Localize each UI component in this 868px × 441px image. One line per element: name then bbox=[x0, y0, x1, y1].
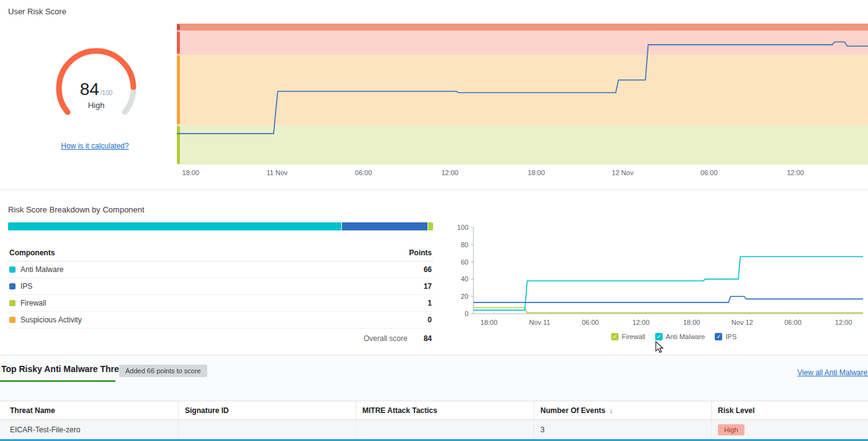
svg-text:18:00: 18:00 bbox=[182, 169, 200, 176]
svg-text:20: 20 bbox=[461, 293, 468, 300]
risk-score-trend-chart: 18:0011 Nov06:0012:0018:0012 Nov06:0012:… bbox=[177, 24, 868, 180]
component-label: Anti Malware bbox=[20, 265, 63, 274]
svg-text:40: 40 bbox=[461, 275, 468, 283]
checkbox-checked-icon[interactable]: ✓ bbox=[715, 333, 722, 340]
svg-text:100: 100 bbox=[457, 224, 468, 231]
component-row-ips[interactable]: IPS 17 bbox=[8, 278, 433, 295]
svg-text:06:00: 06:00 bbox=[355, 169, 372, 176]
svg-text:18:00: 18:00 bbox=[528, 169, 545, 176]
active-tab-underline bbox=[0, 380, 115, 382]
firewall-swatch-icon bbox=[9, 300, 16, 306]
chart-legend: ✓ Firewall ✓ Anti Malware ✓ IPS bbox=[611, 333, 736, 340]
risk-level-badge: High bbox=[718, 424, 745, 435]
svg-text:12:00: 12:00 bbox=[787, 169, 804, 176]
column-header-signature-id[interactable]: Signature ID bbox=[178, 401, 356, 419]
breakdown-title: Risk Score Breakdown by Component bbox=[8, 205, 145, 214]
risk-score-gauge: 84/100 High bbox=[48, 47, 144, 122]
component-stacked-bar bbox=[8, 222, 433, 230]
suspicious-activity-swatch-icon bbox=[9, 317, 16, 323]
svg-text:12:00: 12:00 bbox=[441, 169, 459, 176]
component-label: Firewall bbox=[20, 299, 46, 307]
component-label: IPS bbox=[20, 282, 32, 291]
bar-segment-firewall bbox=[428, 222, 433, 230]
threat-name-cell: EICAR-Test-File-zero bbox=[0, 420, 178, 439]
component-row-anti-malware[interactable]: Anti Malware 66 bbox=[8, 261, 433, 278]
risk-level-cell: High bbox=[711, 420, 868, 439]
risk-score-value: 84 bbox=[80, 80, 99, 99]
component-points: 1 bbox=[427, 299, 432, 307]
user-risk-score-panel: User Risk Score 84/100 High How is it ca… bbox=[0, 0, 868, 190]
legend-item-firewall[interactable]: ✓ Firewall bbox=[611, 333, 645, 340]
legend-label: IPS bbox=[725, 333, 736, 340]
overall-score-row: Overall score 84 bbox=[8, 329, 433, 348]
svg-text:12:00: 12:00 bbox=[632, 319, 650, 326]
svg-text:06:00: 06:00 bbox=[582, 319, 599, 326]
column-header-threat-name[interactable]: Threat Name bbox=[0, 401, 178, 419]
svg-text:11 Nov: 11 Nov bbox=[266, 169, 288, 176]
events-count-cell: 3 bbox=[534, 420, 711, 439]
column-header-risk-level[interactable]: Risk Level bbox=[711, 401, 868, 419]
column-header-mitre-attack-tactics[interactable]: MITRE Attack Tactics bbox=[356, 401, 534, 419]
top-risky-threats-panel: Top Risky Anti Malware Threats Added 66 … bbox=[0, 355, 868, 441]
svg-text:18:00: 18:00 bbox=[480, 319, 498, 326]
gauge-value-row: 84/100 bbox=[48, 80, 144, 99]
svg-text:80: 80 bbox=[461, 241, 468, 248]
checkbox-checked-icon[interactable]: ✓ bbox=[655, 333, 663, 340]
svg-text:12:00: 12:00 bbox=[835, 319, 852, 326]
view-all-anti-malware-events-link[interactable]: View all Anti Malware ev bbox=[797, 368, 868, 377]
component-row-firewall[interactable]: Firewall 1 bbox=[8, 295, 433, 312]
bar-segment-anti-malware bbox=[8, 222, 341, 230]
mitre-tactics-cell bbox=[356, 420, 534, 439]
checkbox-checked-icon[interactable]: ✓ bbox=[611, 333, 619, 340]
legend-label: Firewall bbox=[622, 333, 645, 340]
component-row-suspicious-activity[interactable]: Suspicious Activity 0 bbox=[8, 312, 433, 329]
threat-table-row[interactable]: EICAR-Test-File-zero 3 High bbox=[0, 420, 868, 439]
points-added-badge: Added 66 points to score bbox=[119, 365, 207, 377]
signature-id-cell bbox=[178, 420, 356, 439]
column-header-number-of-events[interactable]: Number Of Events ↓ bbox=[534, 401, 711, 419]
svg-text:06:00: 06:00 bbox=[784, 319, 802, 326]
legend-item-anti-malware[interactable]: ✓ Anti Malware bbox=[655, 333, 705, 340]
risk-score-max: /100 bbox=[101, 89, 112, 96]
anti-malware-swatch-icon bbox=[9, 266, 16, 273]
svg-text:18:00: 18:00 bbox=[683, 319, 700, 326]
component-points: 66 bbox=[424, 265, 432, 274]
ips-swatch-icon bbox=[9, 283, 16, 289]
overall-score-label: Overall score bbox=[364, 334, 408, 343]
sort-descending-icon[interactable]: ↓ bbox=[609, 406, 613, 415]
how-is-it-calculated-link[interactable]: How is it calculated? bbox=[0, 142, 190, 150]
svg-text:06:00: 06:00 bbox=[700, 169, 718, 176]
tab-top-risky-anti-malware-threats[interactable]: Top Risky Anti Malware Threats bbox=[0, 363, 133, 380]
overall-score-value: 84 bbox=[424, 334, 432, 343]
legend-label: Anti Malware bbox=[666, 333, 705, 340]
component-table-header: Components Points bbox=[8, 246, 433, 261]
svg-text:60: 60 bbox=[461, 258, 468, 266]
component-label: Suspicious Activity bbox=[20, 316, 82, 324]
legend-item-ips[interactable]: ✓ IPS bbox=[715, 333, 736, 340]
component-points-table: Components Points Anti Malware 66 IPS 17… bbox=[8, 246, 433, 348]
component-trend-chart: 02040608010018:00Nov 1106:0012:0018:00No… bbox=[445, 221, 868, 330]
svg-text:Nov 12: Nov 12 bbox=[732, 319, 753, 326]
user-risk-title: User Risk Score bbox=[8, 7, 66, 16]
svg-text:0: 0 bbox=[465, 310, 468, 317]
bar-segment-ips bbox=[342, 222, 427, 230]
svg-text:Nov 11: Nov 11 bbox=[529, 319, 550, 326]
points-column-header: Points bbox=[409, 248, 432, 257]
components-column-header: Components bbox=[9, 248, 55, 257]
mouse-cursor-icon bbox=[654, 341, 665, 353]
component-points: 17 bbox=[424, 282, 432, 291]
component-points: 0 bbox=[427, 316, 432, 324]
risk-level-label: High bbox=[48, 101, 144, 110]
svg-text:12 Nov: 12 Nov bbox=[612, 169, 633, 176]
threats-table-header: Threat Name Signature ID MITRE Attack Ta… bbox=[0, 401, 868, 420]
risk-breakdown-panel: Risk Score Breakdown by Component Compon… bbox=[0, 190, 868, 355]
